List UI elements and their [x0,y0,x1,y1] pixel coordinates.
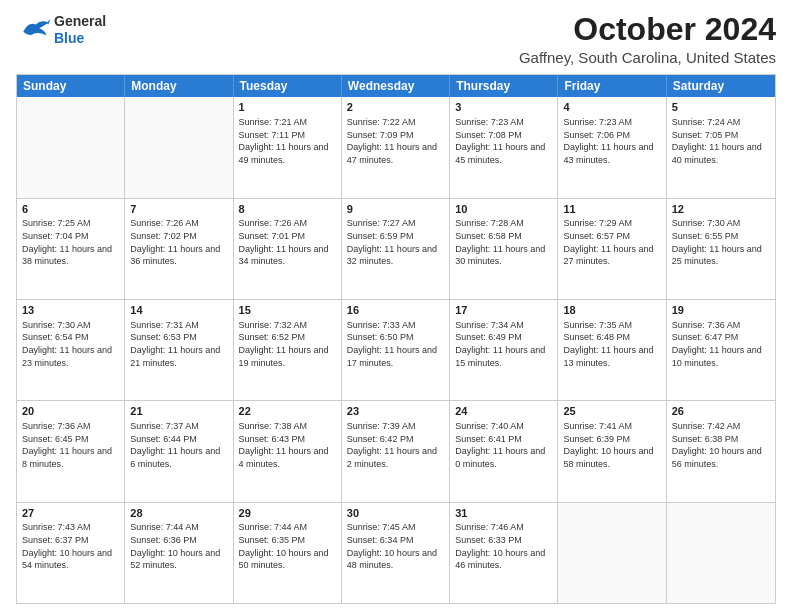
day-content: Sunrise: 7:29 AM Sunset: 6:57 PM Dayligh… [563,217,660,267]
cal-cell: 3Sunrise: 7:23 AM Sunset: 7:08 PM Daylig… [450,97,558,197]
day-content: Sunrise: 7:23 AM Sunset: 7:06 PM Dayligh… [563,116,660,166]
day-number: 24 [455,404,552,419]
day-content: Sunrise: 7:45 AM Sunset: 6:34 PM Dayligh… [347,521,444,571]
cal-cell: 20Sunrise: 7:36 AM Sunset: 6:45 PM Dayli… [17,401,125,501]
cal-cell: 23Sunrise: 7:39 AM Sunset: 6:42 PM Dayli… [342,401,450,501]
header-day-sunday: Sunday [17,75,125,97]
cal-cell: 18Sunrise: 7:35 AM Sunset: 6:48 PM Dayli… [558,300,666,400]
week-row-5: 27Sunrise: 7:43 AM Sunset: 6:37 PM Dayli… [17,502,775,603]
day-content: Sunrise: 7:34 AM Sunset: 6:49 PM Dayligh… [455,319,552,369]
day-number: 8 [239,202,336,217]
cal-cell: 21Sunrise: 7:37 AM Sunset: 6:44 PM Dayli… [125,401,233,501]
cal-cell: 2Sunrise: 7:22 AM Sunset: 7:09 PM Daylig… [342,97,450,197]
cal-cell: 26Sunrise: 7:42 AM Sunset: 6:38 PM Dayli… [667,401,775,501]
day-number: 10 [455,202,552,217]
day-number: 12 [672,202,770,217]
day-number: 3 [455,100,552,115]
day-content: Sunrise: 7:43 AM Sunset: 6:37 PM Dayligh… [22,521,119,571]
day-content: Sunrise: 7:38 AM Sunset: 6:43 PM Dayligh… [239,420,336,470]
day-content: Sunrise: 7:25 AM Sunset: 7:04 PM Dayligh… [22,217,119,267]
day-content: Sunrise: 7:44 AM Sunset: 6:36 PM Dayligh… [130,521,227,571]
day-number: 17 [455,303,552,318]
day-content: Sunrise: 7:40 AM Sunset: 6:41 PM Dayligh… [455,420,552,470]
day-content: Sunrise: 7:22 AM Sunset: 7:09 PM Dayligh… [347,116,444,166]
cal-cell: 30Sunrise: 7:45 AM Sunset: 6:34 PM Dayli… [342,503,450,603]
day-number: 22 [239,404,336,419]
header: General Blue October 2024 Gaffney, South… [16,12,776,66]
day-number: 25 [563,404,660,419]
cal-cell: 17Sunrise: 7:34 AM Sunset: 6:49 PM Dayli… [450,300,558,400]
day-content: Sunrise: 7:41 AM Sunset: 6:39 PM Dayligh… [563,420,660,470]
calendar-body: 1Sunrise: 7:21 AM Sunset: 7:11 PM Daylig… [17,97,775,603]
week-row-1: 1Sunrise: 7:21 AM Sunset: 7:11 PM Daylig… [17,97,775,197]
cal-cell: 9Sunrise: 7:27 AM Sunset: 6:59 PM Daylig… [342,199,450,299]
day-content: Sunrise: 7:30 AM Sunset: 6:55 PM Dayligh… [672,217,770,267]
day-number: 19 [672,303,770,318]
day-number: 29 [239,506,336,521]
day-number: 5 [672,100,770,115]
logo-blue-text: Blue [54,30,106,47]
day-content: Sunrise: 7:36 AM Sunset: 6:47 PM Dayligh… [672,319,770,369]
day-content: Sunrise: 7:37 AM Sunset: 6:44 PM Dayligh… [130,420,227,470]
subtitle: Gaffney, South Carolina, United States [519,49,776,66]
day-number: 9 [347,202,444,217]
page: General Blue October 2024 Gaffney, South… [0,0,792,612]
day-number: 26 [672,404,770,419]
day-number: 30 [347,506,444,521]
day-content: Sunrise: 7:27 AM Sunset: 6:59 PM Dayligh… [347,217,444,267]
day-content: Sunrise: 7:36 AM Sunset: 6:45 PM Dayligh… [22,420,119,470]
day-number: 7 [130,202,227,217]
cal-cell: 22Sunrise: 7:38 AM Sunset: 6:43 PM Dayli… [234,401,342,501]
cal-cell: 5Sunrise: 7:24 AM Sunset: 7:05 PM Daylig… [667,97,775,197]
title-block: October 2024 Gaffney, South Carolina, Un… [519,12,776,66]
cal-cell: 14Sunrise: 7:31 AM Sunset: 6:53 PM Dayli… [125,300,233,400]
cal-cell: 10Sunrise: 7:28 AM Sunset: 6:58 PM Dayli… [450,199,558,299]
day-content: Sunrise: 7:31 AM Sunset: 6:53 PM Dayligh… [130,319,227,369]
cal-cell: 19Sunrise: 7:36 AM Sunset: 6:47 PM Dayli… [667,300,775,400]
header-day-wednesday: Wednesday [342,75,450,97]
day-number: 2 [347,100,444,115]
main-title: October 2024 [519,12,776,47]
header-day-monday: Monday [125,75,233,97]
day-number: 16 [347,303,444,318]
cal-cell: 27Sunrise: 7:43 AM Sunset: 6:37 PM Dayli… [17,503,125,603]
cal-cell: 28Sunrise: 7:44 AM Sunset: 6:36 PM Dayli… [125,503,233,603]
cal-cell [125,97,233,197]
cal-cell: 7Sunrise: 7:26 AM Sunset: 7:02 PM Daylig… [125,199,233,299]
cal-cell [558,503,666,603]
day-content: Sunrise: 7:21 AM Sunset: 7:11 PM Dayligh… [239,116,336,166]
logo-general-text: General [54,13,106,30]
day-number: 11 [563,202,660,217]
cal-cell: 6Sunrise: 7:25 AM Sunset: 7:04 PM Daylig… [17,199,125,299]
cal-cell: 31Sunrise: 7:46 AM Sunset: 6:33 PM Dayli… [450,503,558,603]
cal-cell: 16Sunrise: 7:33 AM Sunset: 6:50 PM Dayli… [342,300,450,400]
logo-label: General Blue [54,13,106,47]
cal-cell: 13Sunrise: 7:30 AM Sunset: 6:54 PM Dayli… [17,300,125,400]
day-content: Sunrise: 7:42 AM Sunset: 6:38 PM Dayligh… [672,420,770,470]
cal-cell: 11Sunrise: 7:29 AM Sunset: 6:57 PM Dayli… [558,199,666,299]
day-number: 14 [130,303,227,318]
day-number: 15 [239,303,336,318]
day-number: 31 [455,506,552,521]
cal-cell: 8Sunrise: 7:26 AM Sunset: 7:01 PM Daylig… [234,199,342,299]
day-content: Sunrise: 7:35 AM Sunset: 6:48 PM Dayligh… [563,319,660,369]
week-row-3: 13Sunrise: 7:30 AM Sunset: 6:54 PM Dayli… [17,299,775,400]
day-content: Sunrise: 7:23 AM Sunset: 7:08 PM Dayligh… [455,116,552,166]
day-number: 4 [563,100,660,115]
day-number: 20 [22,404,119,419]
cal-cell: 24Sunrise: 7:40 AM Sunset: 6:41 PM Dayli… [450,401,558,501]
week-row-4: 20Sunrise: 7:36 AM Sunset: 6:45 PM Dayli… [17,400,775,501]
day-content: Sunrise: 7:28 AM Sunset: 6:58 PM Dayligh… [455,217,552,267]
header-day-friday: Friday [558,75,666,97]
day-content: Sunrise: 7:30 AM Sunset: 6:54 PM Dayligh… [22,319,119,369]
day-number: 13 [22,303,119,318]
cal-cell: 1Sunrise: 7:21 AM Sunset: 7:11 PM Daylig… [234,97,342,197]
calendar: SundayMondayTuesdayWednesdayThursdayFrid… [16,74,776,604]
day-content: Sunrise: 7:26 AM Sunset: 7:01 PM Dayligh… [239,217,336,267]
header-day-thursday: Thursday [450,75,558,97]
day-content: Sunrise: 7:32 AM Sunset: 6:52 PM Dayligh… [239,319,336,369]
cal-cell [17,97,125,197]
header-day-tuesday: Tuesday [234,75,342,97]
day-number: 6 [22,202,119,217]
day-content: Sunrise: 7:24 AM Sunset: 7:05 PM Dayligh… [672,116,770,166]
